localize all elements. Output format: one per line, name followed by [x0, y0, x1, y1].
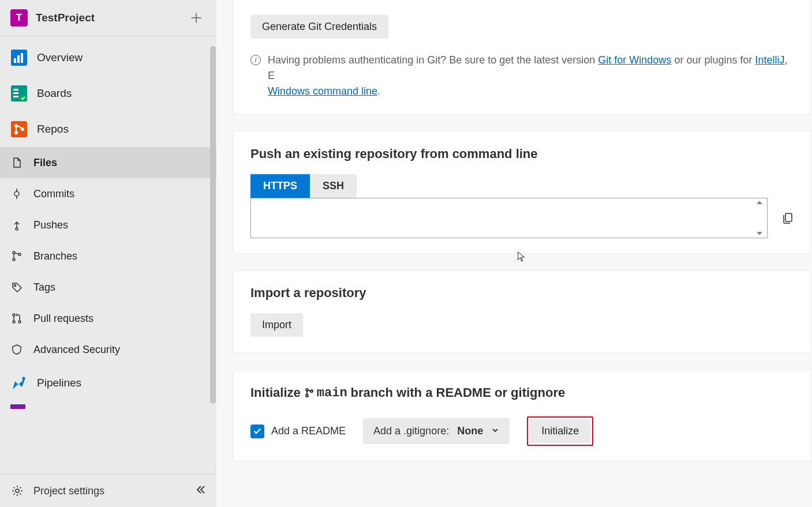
info-text: . [377, 85, 380, 97]
shield-icon [10, 343, 23, 356]
project-settings[interactable]: Project settings [0, 474, 216, 507]
init-title-post: branch with a README or gitignore [351, 385, 566, 400]
project-name[interactable]: TestProject [36, 12, 186, 24]
sidebar-header: T TestProject [0, 0, 216, 36]
spinner-up-icon[interactable] [757, 201, 762, 204]
scrollbar-thumb[interactable] [210, 46, 216, 404]
sidebar-item-repos[interactable]: Repos [0, 111, 216, 147]
push-title: Push an existing repository from command… [250, 147, 794, 162]
protocol-tabs: HTTPS SSH [250, 174, 794, 198]
svg-point-10 [14, 124, 18, 127]
readme-checkbox[interactable]: Add a README [250, 425, 346, 438]
files-icon [10, 156, 23, 169]
svg-rect-7 [13, 96, 18, 97]
checkbox-box [250, 425, 264, 438]
svg-rect-5 [13, 89, 18, 91]
sidebar-item-advanced-security[interactable]: Advanced Security [0, 334, 216, 365]
pushes-icon [10, 219, 23, 231]
gitignore-dropdown[interactable]: Add a .gitignore: None [363, 418, 510, 444]
link-git-for-windows[interactable]: Git for Windows [598, 54, 671, 66]
svg-rect-2 [17, 55, 20, 63]
sidebar-item-label: Tags [33, 281, 55, 294]
repos-icon [10, 121, 28, 138]
sidebar-item-label: Pipelines [37, 377, 81, 389]
copy-button[interactable] [781, 212, 794, 224]
branch-icon [304, 388, 315, 398]
sidebar-item-label: Repos [37, 123, 69, 136]
sidebar-item-branches[interactable]: Branches [0, 241, 216, 272]
commits-icon [10, 187, 23, 200]
svg-point-21 [18, 321, 21, 323]
sidebar-item-pull-requests[interactable]: Pull requests [0, 303, 216, 334]
artifacts-partial-icon [10, 404, 25, 409]
svg-point-15 [13, 251, 15, 254]
command-textarea[interactable] [250, 198, 768, 238]
sidebar-item-pushes[interactable]: Pushes [0, 209, 216, 241]
add-button[interactable] [186, 8, 206, 28]
info-icon: i [250, 55, 261, 65]
initialize-title: Initialize main branch with a README or … [250, 385, 794, 400]
svg-point-16 [13, 258, 15, 261]
info-text: Having problems authenticating in Git? B… [268, 54, 598, 66]
sidebar-item-label: Pull requests [33, 313, 93, 325]
copy-icon [781, 212, 794, 224]
svg-rect-23 [785, 213, 792, 221]
sidebar-item-label: Overview [37, 51, 83, 64]
sidebar-item-files[interactable]: Files [0, 147, 216, 178]
sidebar-item-tags[interactable]: Tags [0, 272, 216, 303]
nav-list: Overview Boards Repos Files Commits [0, 40, 216, 474]
pull-requests-icon [10, 312, 23, 325]
sidebar-item-boards[interactable]: Boards [0, 76, 216, 111]
sidebar-item-overview[interactable]: Overview [0, 40, 216, 76]
sidebar: T TestProject Overview Boards Repos [0, 0, 216, 507]
link-intellij[interactable]: IntelliJ [755, 54, 784, 66]
sidebar-item-label: Files [33, 157, 57, 169]
import-card: Import a repository Import [233, 270, 812, 354]
svg-rect-3 [21, 53, 23, 63]
svg-point-19 [13, 314, 15, 316]
sidebar-item-label: Boards [37, 87, 72, 100]
credentials-info: i Having problems authenticating in Git?… [250, 52, 794, 99]
sidebar-item-commits[interactable]: Commits [0, 178, 216, 209]
svg-point-13 [14, 191, 19, 196]
check-icon [253, 427, 261, 435]
project-badge[interactable]: T [10, 9, 28, 27]
chevron-down-icon [491, 426, 499, 436]
svg-point-25 [306, 395, 308, 397]
link-windows-cmdline[interactable]: Windows command line [268, 85, 377, 97]
svg-point-22 [16, 489, 19, 493]
tab-ssh[interactable]: SSH [310, 174, 357, 198]
collapse-sidebar-button[interactable] [196, 485, 206, 498]
readme-label: Add a README [271, 425, 346, 437]
chevron-double-left-icon [196, 485, 206, 495]
spinner-down-icon[interactable] [757, 232, 762, 235]
svg-rect-6 [13, 92, 18, 94]
tab-https[interactable]: HTTPS [250, 174, 310, 198]
credentials-card: Generate Git Credentials i Having proble… [233, 0, 812, 115]
initialize-card: Initialize main branch with a README or … [233, 370, 812, 461]
branch-name-text: main [317, 386, 347, 400]
boards-icon [10, 85, 28, 102]
sidebar-scrollbar[interactable] [209, 46, 216, 415]
gear-icon [10, 484, 24, 498]
main-content: Generate Git Credentials i Having proble… [216, 0, 812, 507]
sidebar-item-pipelines[interactable]: Pipelines [0, 365, 216, 401]
textarea-spinners[interactable] [757, 201, 765, 235]
pipelines-icon [10, 374, 28, 392]
svg-rect-9 [11, 121, 27, 137]
import-button[interactable]: Import [250, 313, 303, 337]
tags-icon [10, 281, 23, 294]
init-title-pre: Initialize [250, 385, 301, 400]
branches-icon [10, 250, 23, 262]
sidebar-item-label: Pushes [33, 219, 68, 231]
push-card: Push an existing repository from command… [233, 131, 812, 254]
initialize-highlight: Initialize [527, 416, 593, 446]
info-text: or our plugins for [674, 54, 755, 66]
branch-chip: main [304, 386, 347, 400]
settings-label: Project settings [33, 485, 104, 497]
svg-point-24 [306, 389, 308, 391]
initialize-button[interactable]: Initialize [530, 419, 590, 443]
generate-credentials-button[interactable]: Generate Git Credentials [250, 15, 388, 39]
overview-icon [10, 49, 28, 66]
svg-point-20 [13, 321, 15, 323]
